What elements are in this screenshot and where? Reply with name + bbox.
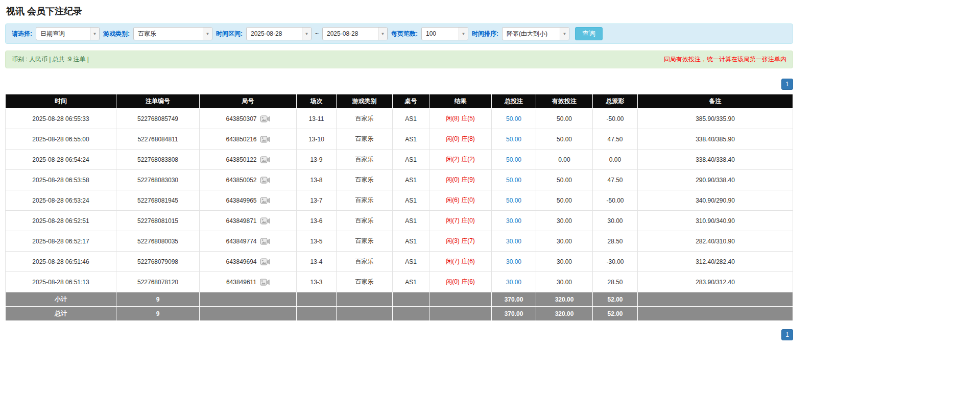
replay-video-icon[interactable] <box>260 238 270 245</box>
total-label: 总计 <box>6 307 116 321</box>
result-player: 闲(0) <box>446 176 460 183</box>
page-content: 视讯 会员下注纪录 请选择: 日期查询 ▼ 游戏类别: 百家乐 ▼ 时间区间: … <box>0 0 798 349</box>
table-number: AS1 <box>393 150 429 170</box>
payout: -30.00 <box>593 252 638 272</box>
round-id: 643849871 <box>226 217 256 225</box>
bet-time: 2025-08-28 06:53:58 <box>6 170 116 190</box>
page-size-select[interactable]: 100 ▼ <box>421 27 468 40</box>
valid-bet: 0.00 <box>536 150 593 170</box>
bet-id: 522768081945 <box>116 190 200 211</box>
bet-time: 2025-08-28 06:55:33 <box>6 109 116 129</box>
replay-video-icon[interactable] <box>260 217 270 225</box>
replay-video-icon[interactable] <box>260 156 270 163</box>
replay-video-icon[interactable] <box>260 115 270 122</box>
total-bet-link[interactable]: 30.00 <box>506 217 521 225</box>
remark: 340.90/290.90 <box>638 190 793 211</box>
total-bet-link[interactable]: 30.00 <box>506 279 521 286</box>
result-cell: 闲(0) 庄(8) <box>429 129 492 150</box>
replay-video-icon[interactable] <box>260 279 270 286</box>
bet-time: 2025-08-28 06:53:24 <box>6 190 116 211</box>
round-cell: 643849871 <box>200 211 297 231</box>
total-bet-link[interactable]: 50.00 <box>506 197 521 204</box>
chevron-down-icon[interactable]: ▼ <box>203 28 212 40</box>
valid-bet: 50.00 <box>536 129 593 150</box>
total-bet-cell: 30.00 <box>492 272 536 292</box>
round-cell: 643849965 <box>200 190 297 211</box>
total-row: 总计 9 370.00 320.00 52.00 <box>6 307 793 321</box>
total-bet-link[interactable]: 50.00 <box>506 156 521 163</box>
valid-bet: 30.00 <box>536 231 593 252</box>
table-number: AS1 <box>393 129 429 150</box>
date-to-select[interactable]: 2025-08-28 ▼ <box>322 27 388 40</box>
result-banker: 庄(8) <box>461 135 475 142</box>
header-remark: 备注 <box>638 94 793 109</box>
result-banker: 庄(0) <box>461 217 475 224</box>
table-number: AS1 <box>393 190 429 211</box>
round-id: 643849611 <box>226 279 256 286</box>
remark: 283.90/312.40 <box>638 272 793 292</box>
total-bet-cell: 50.00 <box>492 150 536 170</box>
select-type-label: 请选择: <box>12 30 32 38</box>
replay-video-icon[interactable] <box>260 258 270 265</box>
replay-video-icon[interactable] <box>260 177 270 184</box>
game-type: 百家乐 <box>337 170 393 190</box>
chevron-down-icon[interactable]: ▼ <box>560 28 569 40</box>
total-bet-link[interactable]: 50.00 <box>506 136 521 143</box>
replay-video-icon[interactable] <box>260 197 270 204</box>
session-number: 13-6 <box>297 211 337 231</box>
bet-id: 522768081015 <box>116 211 200 231</box>
bet-id: 522768085749 <box>116 109 200 129</box>
game-type-select[interactable]: 百家乐 ▼ <box>133 27 212 40</box>
chevron-down-icon[interactable]: ▼ <box>459 28 468 40</box>
session-number: 13-10 <box>297 129 337 150</box>
game-type-value: 百家乐 <box>134 28 203 40</box>
table-row: 2025-08-28 06:52:17522768080035643849774… <box>6 231 793 252</box>
total-bet-link[interactable]: 30.00 <box>506 258 521 265</box>
empty-cell <box>638 307 793 321</box>
total-payout: 52.00 <box>593 307 638 321</box>
round-cell: 643849611 <box>200 272 297 292</box>
result-cell: 闲(0) 庄(6) <box>429 272 492 292</box>
payout: 28.50 <box>593 231 638 252</box>
empty-cell <box>337 292 393 307</box>
search-button[interactable]: 查询 <box>575 27 603 40</box>
game-type: 百家乐 <box>337 150 393 170</box>
bet-id: 522768083030 <box>116 170 200 190</box>
result-player: 闲(8) <box>446 115 460 122</box>
page-button-1[interactable]: 1 <box>781 329 793 340</box>
time-sort-value: 降幂(由大到小) <box>503 28 560 40</box>
chevron-down-icon[interactable]: ▼ <box>90 28 99 40</box>
remark: 338.40/338.40 <box>638 150 793 170</box>
total-bet-link[interactable]: 50.00 <box>506 115 521 122</box>
table-number: AS1 <box>393 272 429 292</box>
payout: 30.00 <box>593 211 638 231</box>
total-bet-link[interactable]: 50.00 <box>506 177 521 184</box>
header-table-number: 桌号 <box>393 94 429 109</box>
time-sort-select[interactable]: 降幂(由大到小) ▼ <box>502 27 569 40</box>
chevron-down-icon[interactable]: ▼ <box>378 28 387 40</box>
time-sort-label: 时间排序: <box>472 30 498 38</box>
table-row: 2025-08-28 06:55:33522768085749643850307… <box>6 109 793 129</box>
total-bet-link[interactable]: 30.00 <box>506 238 521 245</box>
session-number: 13-4 <box>297 252 337 272</box>
table-row: 2025-08-28 06:53:24522768081945643849965… <box>6 190 793 211</box>
table-row: 2025-08-28 06:55:00522768084811643850216… <box>6 129 793 150</box>
session-number: 13-9 <box>297 150 337 170</box>
page-button-1[interactable]: 1 <box>781 79 793 90</box>
date-from-select[interactable]: 2025-08-28 ▼ <box>246 27 312 40</box>
valid-bet: 50.00 <box>536 190 593 211</box>
result-cell: 闲(2) 庄(2) <box>429 150 492 170</box>
replay-video-icon[interactable] <box>260 136 270 143</box>
round-cell: 643849774 <box>200 231 297 252</box>
currency-count-summary: 币别 : 人民币 | 总共 :9 注单 | <box>12 55 89 64</box>
chevron-down-icon[interactable]: ▼ <box>302 28 311 40</box>
payout: 0.00 <box>593 150 638 170</box>
result-cell: 闲(7) 庄(0) <box>429 211 492 231</box>
bet-time: 2025-08-28 06:51:46 <box>6 252 116 272</box>
payout: -50.00 <box>593 109 638 129</box>
query-type-select[interactable]: 日期查询 ▼ <box>36 27 100 40</box>
game-type: 百家乐 <box>337 109 393 129</box>
total-bet-cell: 50.00 <box>492 109 536 129</box>
round-id: 643850216 <box>226 136 256 143</box>
result-banker: 庄(2) <box>461 156 475 163</box>
